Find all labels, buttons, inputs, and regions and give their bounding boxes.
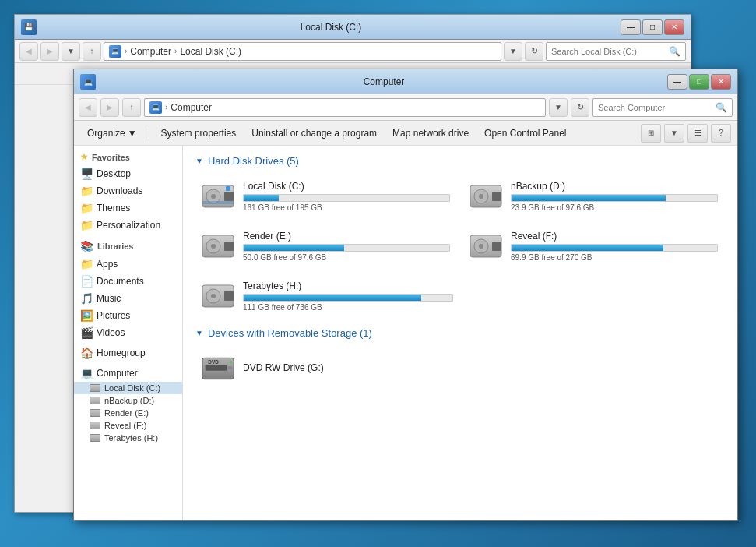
sidebar-item-nbackup-d[interactable]: nBackup (D:) (74, 394, 182, 407)
system-properties-button[interactable]: System properties (154, 123, 244, 143)
sidebar-favorites-section: ★ Favorites 🖥️ Desktop 📁 Downloads 📁 The… (74, 149, 182, 234)
drive-c-image (202, 180, 235, 213)
drive-local-disk-c[interactable]: Local Disk (C:) 161 GB free of 195 GB (195, 175, 457, 218)
back-nav-back[interactable]: ◀ (19, 42, 38, 61)
back-path-separator2: › (174, 47, 177, 55)
local-disk-c-label: Local Disk (C:) (104, 383, 160, 393)
refresh-button[interactable]: ↻ (571, 98, 589, 117)
drive-reveal-f[interactable]: Reveal (F:) 69.9 GB free of 270 GB (463, 224, 725, 268)
back-path-dropdown[interactable]: ▼ (504, 42, 522, 61)
drive-h-space: 111 GB free of 736 GB (243, 303, 453, 312)
front-maximize-button[interactable]: □ (689, 74, 709, 90)
local-disk-title-bar: 💾 Local Disk (C:) — □ ✕ (15, 15, 691, 40)
nav-back-button[interactable]: ◀ (79, 98, 97, 117)
front-minimize-button[interactable]: — (667, 74, 687, 90)
sidebar-item-local-disk-c[interactable]: Local Disk (C:) (74, 382, 182, 394)
svg-rect-23 (206, 365, 227, 370)
homegroup-icon: 🏠 (80, 347, 93, 359)
sidebar-item-desktop[interactable]: 🖥️ Desktop (74, 165, 182, 182)
drive-c-space: 161 GB free of 195 GB (243, 203, 450, 212)
svg-point-2 (211, 194, 216, 199)
address-dropdown-button[interactable]: ▼ (549, 98, 568, 117)
removable-section-header: ▼ Devices with Removable Storage (1) (195, 327, 725, 339)
drive-nbackup-d[interactable]: nBackup (D:) 23.9 GB free of 97.6 GB (463, 175, 725, 218)
svg-rect-5 (226, 186, 230, 191)
drive-d-name: nBackup (D:) (511, 181, 718, 192)
help-button[interactable]: ? (711, 124, 731, 143)
sidebar-item-pictures[interactable]: 🖼️ Pictures (74, 307, 182, 324)
sidebar-item-terabytes-h[interactable]: Terabytes (H:) (74, 432, 182, 444)
nav-up-button[interactable]: ↑ (122, 98, 141, 117)
hard-disk-collapse-arrow[interactable]: ▼ (195, 157, 203, 165)
terabytes-h-label: Terabytes (H:) (104, 433, 158, 443)
hard-disk-section-header: ▼ Hard Disk Drives (5) (195, 155, 725, 167)
back-search-input[interactable] (551, 47, 666, 56)
removable-collapse-arrow[interactable]: ▼ (195, 329, 203, 337)
sidebar-item-personalization[interactable]: 📁 Personalization (74, 217, 182, 234)
sidebar-item-downloads[interactable]: 📁 Downloads (74, 182, 182, 199)
back-path-disk: Local Disk (C:) (180, 46, 241, 57)
downloads-icon: 📁 (80, 185, 93, 197)
search-box[interactable]: 🔍 (592, 98, 733, 117)
back-address-path[interactable]: 💻 › Computer › Local Disk (C:) (104, 42, 501, 61)
apps-icon: 📁 (80, 258, 93, 270)
sidebar-homegroup-section: 🏠 Homegroup (74, 344, 182, 362)
front-close-button[interactable]: ✕ (711, 74, 731, 90)
render-e-icon (90, 409, 100, 417)
back-close-button[interactable]: ✕ (664, 19, 684, 35)
sidebar-libraries-header[interactable]: 📚 Libraries (74, 237, 182, 256)
computer-window: 💻 Computer — □ ✕ ◀ ▶ ↑ 💻 › Computer ▼ ↻ … (73, 69, 738, 521)
documents-icon: 📄 (80, 275, 93, 288)
removable-section-title: Devices with Removable Storage (1) (208, 327, 372, 339)
drive-d-space: 23.9 GB free of 97.6 GB (511, 203, 718, 212)
computer-title-bar: 💻 Computer — □ ✕ (74, 69, 737, 94)
computer-title: Computer (100, 76, 667, 87)
back-search-box[interactable]: 🔍 (546, 42, 686, 61)
sidebar-item-themes[interactable]: 📁 Themes (74, 199, 182, 217)
back-refresh-button[interactable]: ↻ (525, 42, 543, 61)
back-nav-dropdown[interactable]: ▼ (62, 42, 80, 61)
sidebar-item-music[interactable]: 🎵 Music (74, 290, 182, 307)
view-icons-button[interactable]: ⊞ (641, 124, 661, 143)
uninstall-button[interactable]: Uninstall or change a program (244, 123, 384, 143)
back-path-separator1: › (125, 47, 127, 55)
sidebar-item-videos[interactable]: 🎬 Videos (74, 324, 182, 341)
svg-rect-21 (224, 291, 234, 301)
nbackup-d-label: nBackup (D:) (104, 396, 154, 405)
sidebar-computer-section: 💻 Computer Local Disk (C:) nBackup (D:) … (74, 365, 182, 444)
sidebar-item-homegroup[interactable]: 🏠 Homegroup (74, 344, 182, 362)
sidebar-item-apps[interactable]: 📁 Apps (74, 256, 182, 273)
favorites-label: Favorites (92, 153, 130, 162)
drive-render-e[interactable]: Render (E:) 50.0 GB free of 97.6 GB (195, 224, 457, 268)
view-details-button[interactable]: ☰ (687, 124, 708, 143)
dvd-image: DVD (202, 352, 235, 385)
reveal-f-icon (90, 422, 100, 429)
back-maximize-button[interactable]: □ (642, 19, 663, 35)
sidebar-item-documents[interactable]: 📄 Documents (74, 273, 182, 290)
open-control-panel-button[interactable]: Open Control Panel (477, 123, 573, 143)
drive-f-progress (511, 244, 718, 252)
computer-address-path[interactable]: 💻 › Computer (144, 98, 546, 117)
drive-d-progress (511, 194, 718, 202)
sidebar-item-render-e[interactable]: Render (E:) (74, 407, 182, 419)
nav-forward-button[interactable]: ▶ (100, 98, 119, 117)
map-network-button[interactable]: Map network drive (385, 123, 476, 143)
sidebar-item-reveal-f[interactable]: Reveal (F:) (74, 419, 182, 432)
view-dropdown-button[interactable]: ▼ (664, 124, 684, 143)
organize-button[interactable]: Organize ▼ (80, 123, 144, 143)
drive-f-info: Reveal (F:) 69.9 GB free of 270 GB (511, 231, 718, 262)
sidebar-favorites-header[interactable]: ★ Favorites (74, 149, 182, 165)
drive-terabytes-h[interactable]: Terabytes (H:) 111 GB free of 736 GB (195, 274, 460, 318)
back-minimize-button[interactable]: — (621, 19, 641, 35)
dvd-drive-item[interactable]: DVD DVD RW Drive (G:) (195, 347, 725, 390)
videos-icon: 🎬 (80, 326, 93, 339)
apps-label: Apps (97, 259, 118, 270)
back-nav-up[interactable]: ↑ (83, 42, 101, 61)
search-input[interactable] (598, 103, 712, 112)
nbackup-d-icon (90, 397, 100, 404)
sidebar-item-computer[interactable]: 💻 Computer (74, 365, 182, 382)
dvd-drive-name: DVD RW Drive (G:) (243, 362, 718, 373)
back-nav-forward[interactable]: ▶ (40, 42, 59, 61)
local-disk-icon: 💾 (21, 19, 37, 35)
back-path-icon: 💻 (109, 45, 121, 58)
